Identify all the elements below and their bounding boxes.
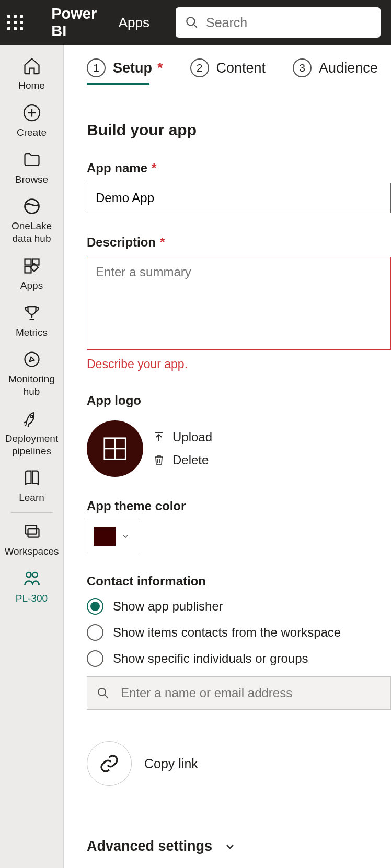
description-label: Description * bbox=[87, 235, 391, 250]
svg-point-20 bbox=[98, 688, 106, 696]
delete-logo-button[interactable]: Delete bbox=[153, 453, 212, 467]
step-content[interactable]: 2 Content bbox=[190, 58, 266, 77]
topbar: Power BI Apps bbox=[0, 0, 391, 45]
nav-learn[interactable]: Learn bbox=[0, 462, 63, 509]
nav-workspaces[interactable]: Workspaces bbox=[0, 516, 63, 563]
trash-icon bbox=[153, 454, 165, 466]
svg-line-21 bbox=[105, 695, 108, 698]
description-error: Describe your app. bbox=[87, 357, 391, 371]
svg-line-1 bbox=[193, 24, 197, 28]
nav-home[interactable]: Home bbox=[0, 50, 63, 97]
theme-color-label: App theme color bbox=[87, 499, 391, 513]
upload-logo-button[interactable]: Upload bbox=[153, 430, 212, 444]
globe-icon bbox=[22, 197, 41, 216]
page-title: Build your app bbox=[87, 121, 391, 139]
trophy-icon bbox=[22, 303, 41, 322]
brand-label: Power BI bbox=[51, 5, 102, 40]
radio-input[interactable] bbox=[87, 650, 104, 667]
nav-apps[interactable]: Apps bbox=[0, 250, 63, 297]
rocket-icon bbox=[22, 409, 41, 428]
svg-rect-12 bbox=[28, 529, 39, 537]
step-number: 1 bbox=[87, 58, 106, 77]
contact-radio-workspace[interactable]: Show items contacts from the workspace bbox=[87, 624, 391, 641]
upload-icon bbox=[153, 431, 165, 443]
app-logo-preview bbox=[87, 420, 143, 477]
nav-separator bbox=[11, 512, 53, 513]
app-logo-label: App logo bbox=[87, 393, 391, 408]
apps-icon bbox=[22, 256, 41, 275]
nav-create[interactable]: Create bbox=[0, 97, 63, 144]
contact-label: Contact information bbox=[87, 574, 391, 589]
book-icon bbox=[22, 468, 41, 487]
compass-icon bbox=[22, 350, 41, 369]
main-content: 1 Setup* 2 Content 3 Audience Build your… bbox=[64, 45, 391, 868]
nav-metrics[interactable]: Metrics bbox=[0, 297, 63, 344]
workspaces-icon bbox=[22, 522, 41, 541]
step-audience[interactable]: 3 Audience bbox=[293, 58, 378, 77]
advanced-settings-toggle[interactable]: Advanced settings bbox=[87, 838, 391, 854]
logo-placeholder-icon bbox=[101, 435, 129, 463]
search-icon bbox=[185, 16, 199, 29]
step-number: 2 bbox=[190, 58, 209, 77]
nav-onelake[interactable]: OneLake data hub bbox=[0, 191, 63, 250]
svg-point-5 bbox=[25, 200, 39, 214]
search-input[interactable] bbox=[206, 15, 371, 30]
nav-monitoring[interactable]: Monitoring hub bbox=[0, 344, 63, 403]
svg-point-13 bbox=[26, 572, 31, 577]
home-icon bbox=[22, 56, 41, 75]
search-icon bbox=[97, 687, 109, 699]
search-bar[interactable] bbox=[176, 7, 381, 38]
color-swatch bbox=[94, 527, 116, 546]
chevron-down-icon bbox=[121, 532, 130, 541]
app-launcher-icon[interactable] bbox=[6, 11, 24, 34]
step-setup[interactable]: 1 Setup* bbox=[87, 58, 163, 77]
left-nav: Home Create Browse OneLake data hub Apps… bbox=[0, 45, 64, 868]
svg-rect-11 bbox=[26, 525, 37, 534]
description-textarea[interactable] bbox=[87, 257, 391, 350]
svg-point-10 bbox=[30, 415, 33, 418]
svg-point-0 bbox=[187, 17, 194, 25]
folder-icon bbox=[22, 150, 41, 169]
contact-radio-specific[interactable]: Show specific individuals or groups bbox=[87, 650, 391, 667]
theme-color-picker[interactable] bbox=[87, 521, 140, 552]
people-icon bbox=[22, 569, 41, 588]
people-picker[interactable] bbox=[87, 676, 391, 710]
step-tabs: 1 Setup* 2 Content 3 Audience bbox=[87, 58, 391, 85]
link-icon bbox=[99, 753, 120, 774]
nav-workspace-pl300[interactable]: PL-300 bbox=[0, 563, 63, 610]
section-label[interactable]: Apps bbox=[119, 15, 150, 31]
active-step-underline bbox=[87, 83, 150, 85]
people-input-field[interactable] bbox=[121, 686, 381, 700]
svg-point-14 bbox=[32, 572, 37, 577]
svg-rect-6 bbox=[25, 259, 31, 265]
app-name-input[interactable] bbox=[87, 183, 391, 213]
svg-point-9 bbox=[25, 353, 39, 367]
radio-input[interactable] bbox=[87, 598, 104, 615]
contact-radio-publisher[interactable]: Show app publisher bbox=[87, 598, 391, 615]
app-name-label: App name * bbox=[87, 161, 391, 175]
radio-input[interactable] bbox=[87, 624, 104, 641]
nav-deployment[interactable]: Deployment pipelines bbox=[0, 403, 63, 463]
chevron-down-icon bbox=[224, 840, 236, 853]
copy-link-button[interactable]: Copy link bbox=[87, 741, 391, 786]
plus-circle-icon bbox=[22, 103, 41, 122]
step-number: 3 bbox=[293, 58, 312, 77]
nav-browse[interactable]: Browse bbox=[0, 144, 63, 191]
